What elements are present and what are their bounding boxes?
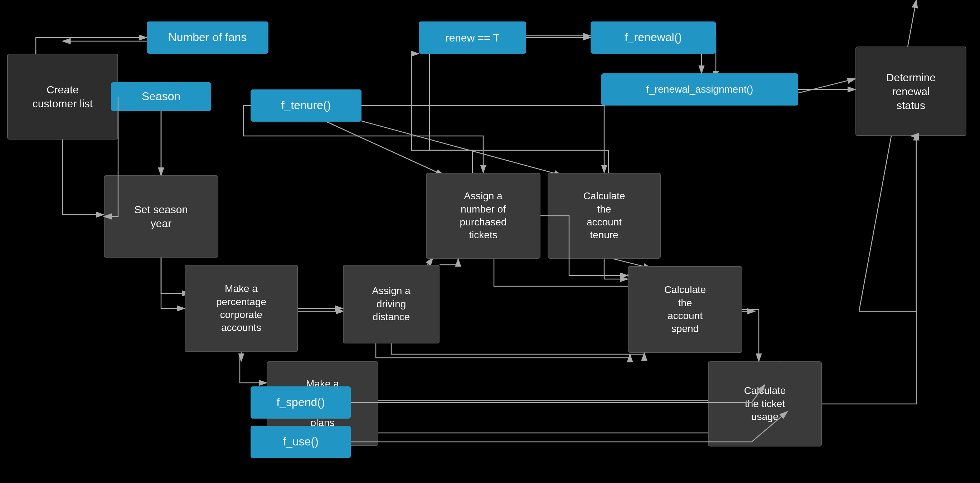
f-use-node: f_use(): [251, 426, 351, 458]
season-node: Season: [111, 82, 211, 111]
calc-account-spend-node: Calculate the account spend: [628, 266, 742, 353]
svg-line-11: [798, 79, 856, 93]
svg-line-5: [318, 118, 444, 175]
set-season-year-node: Set season year: [104, 175, 218, 257]
f-renewal-node: f_renewal(): [590, 21, 716, 54]
calc-account-tenure-node: Calculate the account tenure: [547, 173, 661, 259]
f-spend-node: f_spend(): [251, 386, 351, 419]
number-of-fans-node: Number of fans: [147, 21, 269, 54]
assign-driving-distance-node: Assign a driving distance: [343, 265, 439, 343]
diagram-container: Number of fans Create customer list Seas…: [0, 0, 980, 483]
assign-tickets-node: Assign a number of purchased tickets: [426, 173, 541, 259]
svg-line-6: [351, 118, 562, 175]
f-renewal-assignment-node: f_renewal_assignment(): [601, 73, 798, 106]
determine-renewal-status-node: Determine renewal status: [856, 46, 966, 136]
create-customer-list-node: Create customer list: [7, 54, 118, 140]
calc-ticket-usage-node: Calculate the ticket usage: [708, 361, 822, 446]
f-tenure-node: f_tenure(): [251, 89, 361, 122]
renew-eq-t-node: renew == T: [419, 21, 526, 54]
make-pct-corporate-node: Make a percentage corporate accounts: [185, 265, 298, 352]
